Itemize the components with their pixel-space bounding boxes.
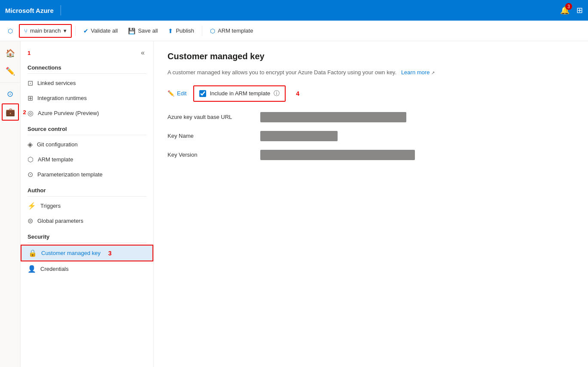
key-version-label: Key Version [168,152,253,158]
sidebar-item-linked-services[interactable]: ⊡ Linked services [21,76,153,91]
manage-rail-icon[interactable]: 💼 2 [2,103,19,121]
top-bar-icons: 🔔 3 ⊞ [560,6,583,15]
security-section-title: Security [21,228,153,243]
sidebar-item-customer-managed-key[interactable]: 🔒 Customer managed key 3 [21,245,153,261]
arm-template-button[interactable]: ⬡ ARM template [206,25,257,37]
security-divider [27,243,146,243]
notification-badge: 3 [565,3,572,10]
git-config-icon: ◈ [27,140,33,149]
azure-key-vault-value [260,112,406,122]
parameterization-icon: ⊙ [27,170,33,179]
git-config-label: Git configuration [37,141,78,148]
triggers-icon: ⚡ [27,202,36,210]
content-description: A customer managed key allows you to enc… [168,68,574,77]
main-layout: 🏠 ✏️ ⊙ 💼 2 1 « Connections ⊡ Linked serv… [0,41,588,367]
branch-button[interactable]: ⑂ main branch ▾ [19,24,72,38]
notification-icon[interactable]: 🔔 3 [560,6,570,15]
azure-purview-label: Azure Purview (Preview) [38,110,99,116]
external-link-icon: ↗ [431,70,435,75]
edit-row: ✏️ Edit Include in ARM template ⓘ 4 [168,85,574,102]
sidebar-item-global-params[interactable]: ⊜ Global parameters [21,213,153,228]
parameterization-label: Parameterization template [37,171,103,178]
sidebar: 1 « Connections ⊡ Linked services ⊞ Inte… [21,41,154,367]
edit-pencil-icon: ✏️ [168,90,174,97]
publish-label: Publish [176,27,194,34]
global-params-label: Global parameters [37,218,83,224]
content-area: Customer managed key A customer managed … [154,41,588,367]
globe-rail-icon[interactable]: ⊙ [2,85,19,103]
annotation-4: 4 [296,90,299,97]
validate-label: Validate all [91,27,118,34]
grid-icon[interactable]: ⊞ [576,6,583,15]
top-bar-divider [61,5,61,15]
app-title: Microsoft Azure [5,7,54,14]
learn-more-link[interactable]: Learn more [401,69,430,76]
key-name-value [260,131,338,141]
annotation-3: 3 [108,250,112,257]
top-bar: Microsoft Azure 🔔 3 ⊞ [0,0,588,21]
credentials-label: Credentials [40,266,69,272]
sidebar-item-azure-purview[interactable]: ◎ Azure Purview (Preview) [21,106,153,121]
source-control-section-title: Source control [21,121,153,135]
edit-label: Edit [177,90,186,97]
pencil-rail-icon[interactable]: ✏️ [2,63,19,80]
sidebar-item-git-config[interactable]: ◈ Git configuration [21,137,153,152]
sidebar-number-2: 2 [23,109,26,115]
branch-label: main branch [30,27,61,34]
page-title: Customer managed key [168,52,574,61]
collapse-button[interactable]: « [139,48,146,58]
publish-icon: ⬆ [168,27,173,34]
author-divider [27,196,146,197]
home-rail-icon[interactable]: 🏠 [2,45,19,62]
credentials-icon: 👤 [27,265,36,273]
arm-template-nav-label: ARM template [38,156,73,163]
arm-template-label: ARM template [218,27,253,34]
include-arm-template-container: Include in ARM template ⓘ [193,85,286,102]
validate-icon: ✔ [83,27,88,34]
include-arm-template-checkbox[interactable] [199,90,206,97]
icon-rail: 🏠 ✏️ ⊙ 💼 2 [0,41,21,367]
source-control-divider [27,135,146,135]
chevron-down-icon: ▾ [64,27,67,34]
azure-key-vault-label: Azure key vault base URL [168,114,253,120]
toolbar: ⬡ ⑂ main branch ▾ ✔ Validate all 💾 Save … [0,21,588,41]
customer-managed-key-label: Customer managed key [41,250,101,256]
key-name-row: Key Name [168,131,574,141]
nav-back-button[interactable]: ⬡ [3,25,17,37]
toolbar-separator-2 [202,26,202,36]
integration-runtimes-label: Integration runtimes [37,95,87,101]
toolbar-separator-1 [75,26,76,36]
connections-section-title: Connections [21,59,153,73]
key-name-label: Key Name [168,133,253,139]
global-params-icon: ⊜ [27,217,33,225]
arm-template-icon: ⬡ [27,155,34,164]
customer-managed-key-icon: 🔒 [28,249,37,257]
edit-button[interactable]: ✏️ Edit [168,90,186,97]
info-icon[interactable]: ⓘ [274,90,280,97]
sidebar-item-arm-template[interactable]: ⬡ ARM template [21,152,153,167]
arm-icon: ⬡ [210,27,215,34]
branch-icon: ⑂ [24,27,27,34]
linked-services-label: Linked services [37,80,76,86]
nav-icon: ⬡ [8,27,13,34]
save-icon: 💾 [128,27,135,34]
key-version-value [260,150,415,160]
validate-all-button[interactable]: ✔ Validate all [79,25,122,37]
sidebar-item-triggers[interactable]: ⚡ Triggers [21,198,153,213]
sidebar-header: 1 « [21,45,153,59]
sidebar-number-1: 1 [27,50,30,56]
sidebar-item-parameterization[interactable]: ⊙ Parameterization template [21,167,153,182]
save-all-button[interactable]: 💾 Save all [124,25,162,37]
azure-key-vault-row: Azure key vault base URL [168,112,574,122]
connections-divider [27,73,146,74]
sidebar-item-credentials[interactable]: 👤 Credentials [21,261,153,276]
description-text: A customer managed key allows you to enc… [168,69,396,76]
sidebar-item-integration-runtimes[interactable]: ⊞ Integration runtimes [21,91,153,106]
azure-purview-icon: ◎ [27,109,34,117]
triggers-label: Triggers [40,203,61,209]
linked-services-icon: ⊡ [27,79,33,87]
rail-divider [0,82,20,83]
publish-button[interactable]: ⬆ Publish [164,25,198,37]
key-version-row: Key Version [168,150,574,160]
author-section-title: Author [21,182,153,196]
